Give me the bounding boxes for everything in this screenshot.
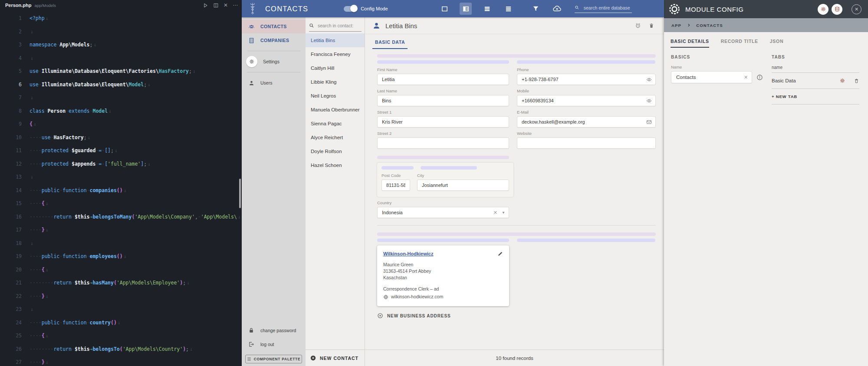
- module-name-field[interactable]: ✕: [671, 71, 752, 83]
- breadcrumb-contacts[interactable]: CONTACTS: [696, 23, 723, 28]
- close-icon[interactable]: ✕: [224, 3, 228, 8]
- history-clock-icon[interactable]: [635, 23, 641, 29]
- tab-delete-icon[interactable]: [854, 78, 859, 84]
- config-placeholder-strip[interactable]: [377, 232, 656, 236]
- eye-icon[interactable]: [646, 98, 652, 104]
- info-icon[interactable]: [756, 74, 763, 81]
- edit-pencil-icon[interactable]: [497, 251, 503, 257]
- editor-file-path: app/Models: [35, 3, 56, 8]
- config-placeholder-strip[interactable]: [421, 166, 477, 170]
- field-phone: Phone: [517, 67, 656, 85]
- delete-record-icon[interactable]: [648, 23, 654, 29]
- country-input[interactable]: [381, 209, 493, 216]
- global-search[interactable]: [575, 5, 632, 13]
- breadcrumb: APP CONTACTS: [664, 18, 868, 32]
- country-select[interactable]: ✕ ▼: [377, 207, 509, 218]
- module-name-input[interactable]: [675, 74, 744, 80]
- change-password-button[interactable]: change password: [242, 324, 306, 337]
- tab-basic-data[interactable]: BASIC DATA: [372, 39, 408, 49]
- list-item[interactable]: Doyle Rolfson: [306, 144, 365, 158]
- config-placeholder-strip[interactable]: [517, 60, 655, 64]
- sidebar-item-label: Settings: [263, 59, 279, 64]
- line-number: 26: [0, 343, 30, 356]
- city-input[interactable]: [421, 182, 505, 188]
- view-single-icon[interactable]: [438, 3, 450, 15]
- new-business-address-button[interactable]: NEW BUSINESS ADDRESS: [377, 313, 655, 319]
- sidebar-item-users[interactable]: Users: [242, 76, 306, 90]
- module-config-pane: MODULE CONFIG ✕ APP CONTAC: [664, 0, 868, 366]
- config-placeholder-strip[interactable]: [377, 54, 656, 58]
- eye-icon[interactable]: [646, 77, 652, 82]
- street1-input[interactable]: [381, 119, 505, 125]
- list-item[interactable]: Francisca Feeney: [306, 47, 365, 61]
- clear-icon[interactable]: ✕: [744, 75, 748, 80]
- company-link[interactable]: Wilkinson-Hodkiewicz: [383, 251, 433, 256]
- postcode-input[interactable]: [385, 182, 406, 188]
- config-placeholder-strip[interactable]: [377, 60, 509, 64]
- editor-scrollbar-thumb[interactable]: [239, 179, 241, 208]
- mobile-input[interactable]: [521, 98, 646, 104]
- toggle-knob[interactable]: [350, 5, 358, 12]
- sidebar-item-settings[interactable]: Settings: [242, 55, 306, 69]
- sidebar-item-companies[interactable]: COMPANIES: [242, 33, 306, 47]
- line-number: 15: [0, 197, 30, 210]
- config-database-button[interactable]: [832, 4, 842, 15]
- list-item[interactable]: Alyce Reichert: [306, 131, 365, 144]
- editor-file-tab[interactable]: Person.php: [5, 3, 32, 8]
- breadcrumb-app[interactable]: APP: [671, 23, 681, 28]
- component-palette-button[interactable]: COMPONENT PALETTE: [245, 355, 302, 363]
- field-label: Website: [517, 131, 656, 136]
- config-mode-toggle[interactable]: Config Mode: [344, 6, 388, 12]
- field-country: Country ✕ ▼: [377, 200, 509, 218]
- tab-settings-icon[interactable]: [839, 78, 845, 84]
- last-name-input[interactable]: [381, 98, 505, 104]
- website-input[interactable]: [521, 140, 652, 146]
- record-form: First Name Last Name Street 1: [365, 49, 664, 350]
- split-editor-icon[interactable]: [213, 3, 219, 8]
- list-item[interactable]: Hazel Schoen: [306, 158, 365, 172]
- street2-input[interactable]: [381, 140, 505, 146]
- list-item[interactable]: Letitia Bins: [306, 33, 365, 47]
- filter-icon[interactable]: [529, 3, 542, 15]
- view-dense-rows-icon[interactable]: [502, 3, 514, 15]
- code-line: 3namespace·App\Models;↓: [0, 38, 242, 52]
- view-rows-icon[interactable]: [481, 3, 493, 15]
- list-search-input[interactable]: [317, 23, 362, 29]
- log-out-button[interactable]: log out: [242, 337, 306, 351]
- toggle-track[interactable]: [344, 6, 357, 12]
- new-tab-button[interactable]: + NEW TAB: [772, 94, 859, 99]
- envelope-icon[interactable]: [646, 119, 652, 125]
- business-website[interactable]: wilkinson-hodkiewicz.com: [391, 294, 443, 300]
- config-placeholder-strip[interactable]: [517, 239, 655, 242]
- email-input[interactable]: [521, 119, 646, 125]
- config-placeholder-strip[interactable]: [377, 156, 509, 159]
- view-split-icon[interactable]: [460, 3, 472, 15]
- close-config-icon[interactable]: ✕: [852, 4, 861, 14]
- chevron-down-icon[interactable]: ▼: [502, 211, 505, 215]
- code-line: 1<?php↓: [0, 12, 242, 25]
- list-item[interactable]: Neil Legros: [306, 89, 365, 103]
- tab-record-title[interactable]: RECORD TITLE: [721, 39, 758, 48]
- sidebar-item-contacts[interactable]: CONTACTS: [242, 20, 306, 33]
- config-placeholder-strip[interactable]: [381, 166, 414, 170]
- list-search[interactable]: [309, 23, 362, 32]
- more-actions-icon[interactable]: ⋯: [233, 2, 238, 8]
- new-contact-button[interactable]: NEW CONTACT: [306, 350, 365, 366]
- list-item[interactable]: Manuela Oberbrunner: [306, 103, 365, 117]
- tab-basic-details[interactable]: BASIC DETAILS: [671, 39, 709, 48]
- run-icon[interactable]: [203, 3, 208, 8]
- config-settings-button[interactable]: [818, 4, 829, 15]
- list-item[interactable]: Libbie Kling: [306, 75, 365, 89]
- config-placeholder-strip[interactable]: [377, 239, 509, 242]
- cloud-upload-icon[interactable]: [551, 3, 563, 15]
- phone-input[interactable]: [521, 76, 646, 82]
- first-name-input[interactable]: [381, 76, 505, 82]
- line-number: 11: [0, 144, 30, 157]
- global-search-input[interactable]: [583, 5, 632, 11]
- clear-icon[interactable]: ✕: [493, 210, 497, 216]
- field-postcode: Post Code: [381, 170, 410, 191]
- tabs-column-header: name: [772, 65, 859, 70]
- list-item[interactable]: Caitlyn Hill: [306, 61, 365, 75]
- list-item[interactable]: Sienna Pagac: [306, 117, 365, 131]
- tab-json[interactable]: JSON: [770, 39, 783, 48]
